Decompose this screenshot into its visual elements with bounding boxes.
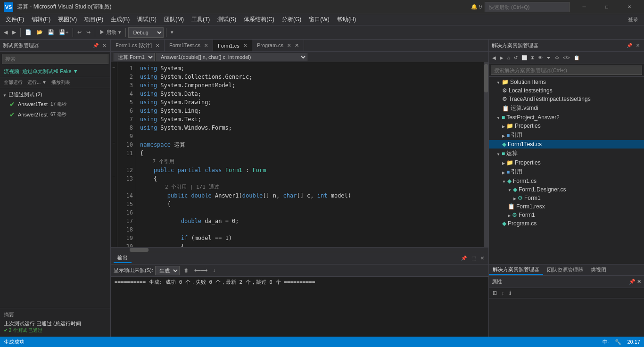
output-tab[interactable]: 输出 xyxy=(114,253,132,263)
playlist-button[interactable]: 播放列表 xyxy=(50,78,72,87)
prop-grid-button[interactable]: ⊞ xyxy=(491,289,499,297)
scrollbar-thumb[interactable] xyxy=(484,64,488,92)
test-search-input[interactable] xyxy=(2,54,108,64)
menu-file[interactable]: 文件(F) xyxy=(2,15,28,25)
sol-item-form1-class[interactable]: ⚙ Form1 xyxy=(489,194,644,202)
menu-tools[interactable]: 工具(T) xyxy=(188,15,214,25)
back-button[interactable]: ◀ xyxy=(2,28,9,36)
sol-code[interactable]: </> xyxy=(561,54,571,61)
prop-pin-button[interactable]: 📌 xyxy=(629,279,636,284)
sol-collapse[interactable]: ⬜ xyxy=(520,54,528,61)
tab-form1-design[interactable]: Form1.cs [设计] ✕ xyxy=(111,40,165,51)
sol-item-local-settings[interactable]: ⚙ Local.testsettings xyxy=(489,86,644,95)
sol-close-button[interactable]: ✕ xyxy=(635,42,641,49)
sol-item-testproject[interactable]: ■ TestProject_Answer2 xyxy=(489,113,644,122)
sol-home[interactable]: ⌂ xyxy=(506,54,512,61)
menu-edit[interactable]: 编辑(E) xyxy=(28,15,54,25)
menu-help[interactable]: 帮助(H) xyxy=(333,15,360,25)
tab-programcs[interactable]: Program.cs ✕ ✕ xyxy=(252,40,304,51)
sol-item-form1cs[interactable]: ◆ Form1.cs xyxy=(489,177,644,185)
run-all-button[interactable]: 全部运行 xyxy=(2,78,25,87)
sol-nav-back[interactable]: ◀ xyxy=(491,54,497,61)
menu-analyze[interactable]: 分析(G) xyxy=(278,15,305,25)
sol-tab-explorer[interactable]: 解决方案资源管理器 xyxy=(489,265,543,275)
tab-close-icon[interactable]: ✕ xyxy=(156,43,159,48)
menu-team[interactable]: 团队(M) xyxy=(160,15,188,25)
test-item-answer2[interactable]: ✔ Answer2Test 67 毫秒 xyxy=(0,109,110,120)
sol-refresh[interactable]: ↺ xyxy=(512,54,519,61)
output-close-button[interactable]: ✕ xyxy=(479,255,486,261)
sol-item-form1resx[interactable]: 📋 Form1.resx xyxy=(489,202,644,211)
forward-button[interactable]: ▶ xyxy=(10,28,18,36)
output-float-button[interactable]: ⬚ xyxy=(470,255,477,261)
save-all-button[interactable]: 💾+ xyxy=(57,28,70,36)
editor-vertical-scrollbar[interactable] xyxy=(484,62,488,247)
output-clear-button[interactable]: 🗑 xyxy=(182,267,190,273)
sol-tab-classview[interactable]: 类视图 xyxy=(587,265,610,274)
output-pin-button[interactable]: 📌 xyxy=(460,255,468,261)
hscroll-thumb[interactable] xyxy=(130,248,149,252)
menu-build[interactable]: 生成(B) xyxy=(107,15,133,25)
sol-item-ref-1[interactable]: ■ 引用 xyxy=(489,130,644,140)
panel-pin-button[interactable]: 📌 xyxy=(91,42,100,49)
sol-properties[interactable]: 📋 xyxy=(572,54,581,61)
sol-item-programcs[interactable]: ◆ Program.cs xyxy=(489,219,644,228)
tab-close-icon-3[interactable]: ✕ xyxy=(243,43,247,48)
debug-target-dropdown[interactable]: ▾ xyxy=(169,28,175,36)
output-scroll-button[interactable]: ↓ xyxy=(212,267,217,273)
sol-pending[interactable]: ⧗ xyxy=(529,54,536,62)
test-item-answer1[interactable]: ✔ Answer1Test 17 毫秒 xyxy=(0,99,110,109)
run-dropdown-button[interactable]: 运行... ▼ xyxy=(25,78,49,87)
menu-test[interactable]: 测试(S) xyxy=(214,15,240,25)
close-button[interactable]: ✕ xyxy=(619,0,640,14)
solution-search-input[interactable] xyxy=(491,66,642,75)
sol-item-form1-3[interactable]: ⚙ Form1 xyxy=(489,211,644,219)
prop-sort-button[interactable]: ↕ xyxy=(500,289,506,297)
tab-form1cs[interactable]: Form1.cs ✕ xyxy=(213,40,252,51)
minimize-button[interactable]: ─ xyxy=(573,0,595,14)
menu-view[interactable]: 视图(V) xyxy=(54,15,81,25)
quick-launch-input[interactable] xyxy=(485,2,570,12)
prop-info-button[interactable]: ℹ xyxy=(507,289,513,297)
sol-pin-button[interactable]: 📌 xyxy=(625,42,634,49)
sol-item-solution-items[interactable]: 📁 Solution Items xyxy=(489,78,644,86)
stream-button[interactable]: 流视频: 通过单元测试和 Fake ▼ xyxy=(2,67,80,76)
undo-button[interactable]: ↩ xyxy=(75,28,83,36)
debug-config-dropdown[interactable]: Debug Release xyxy=(128,27,164,38)
new-file-button[interactable]: 📄 xyxy=(23,28,33,36)
sol-nav-fwd[interactable]: ▶ xyxy=(498,54,505,61)
code-editor[interactable]: using System; using System.Collections.G… xyxy=(136,62,484,247)
menu-debug[interactable]: 调试(D) xyxy=(133,15,160,25)
sol-settings[interactable]: ⚙ xyxy=(553,54,561,61)
open-button[interactable]: 📂 xyxy=(34,28,45,36)
namespace-dropdown[interactable]: 运算.Form1 xyxy=(114,53,155,61)
tab-form1test[interactable]: Form1Test.cs ✕ xyxy=(165,40,213,51)
sol-item-yuansuan[interactable]: ■ 运算 xyxy=(489,149,644,158)
prop-close-button[interactable]: ✕ xyxy=(637,279,641,284)
sol-item-form1test[interactable]: ◆ Form1Test.cs xyxy=(489,140,644,149)
sol-item-vsmdi[interactable]: 📋 运算.vsmdi xyxy=(489,103,644,113)
panel-close-button[interactable]: ✕ xyxy=(101,42,107,49)
menu-arch[interactable]: 体系结构(C) xyxy=(240,15,278,25)
output-source-select[interactable]: 生成 xyxy=(155,266,180,275)
tab-close-icon-4[interactable]: ✕ xyxy=(287,43,291,48)
sol-show-all[interactable]: 👁 xyxy=(537,54,544,61)
menu-window[interactable]: 窗口(W) xyxy=(305,15,333,25)
maximize-button[interactable]: □ xyxy=(596,0,618,14)
sol-item-properties-1[interactable]: 📁 Properties xyxy=(489,122,644,130)
redo-button[interactable]: ↪ xyxy=(84,28,92,36)
method-dropdown[interactable]: Answer1(double[] n, char[] c, int model) xyxy=(157,53,307,61)
editor-horizontal-scrollbar[interactable] xyxy=(111,247,488,252)
start-button[interactable]: ▶ 启动 ▾ xyxy=(98,28,123,37)
sol-item-properties-2[interactable]: 📁 Properties xyxy=(489,158,644,167)
tab-close-icon-2[interactable]: ✕ xyxy=(204,43,208,48)
sol-tab-team[interactable]: 团队资源管理器 xyxy=(543,265,587,274)
menu-project[interactable]: 项目(P) xyxy=(81,15,107,25)
sol-filter[interactable]: ⏷ xyxy=(545,54,553,61)
login-button[interactable]: 登录 xyxy=(624,15,642,24)
sol-item-form1designer[interactable]: ◆ Form1.Designer.cs xyxy=(489,185,644,194)
sol-item-ref-2[interactable]: ■ 引用 xyxy=(489,167,644,177)
output-wrap-button[interactable]: ⟵⟶ xyxy=(193,267,209,273)
tab-close-icon-5[interactable]: ✕ xyxy=(295,42,299,49)
sol-item-trace-settings[interactable]: ⚙ TraceAndTestImpact.testsettings xyxy=(489,95,644,103)
